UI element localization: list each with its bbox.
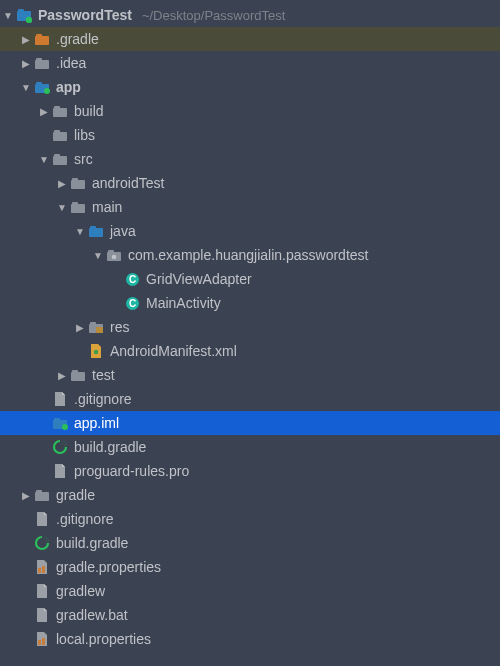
tree-item-label: libs	[74, 123, 95, 147]
tree-item-label: build.gradle	[74, 435, 146, 459]
gradle-icon	[34, 535, 50, 551]
chevron-down-icon[interactable]: ▼	[92, 250, 104, 261]
folder-icon	[70, 199, 86, 215]
svg-rect-8	[36, 82, 42, 85]
svg-rect-17	[72, 178, 78, 181]
tree-item-label: res	[110, 315, 129, 339]
tree-item-proguard[interactable]: proguard-rules.pro	[0, 459, 500, 483]
folder-icon	[34, 55, 50, 71]
project-tree: ▼ PasswordTest ~/Desktop/PasswordTest ▶.…	[0, 0, 500, 651]
chevron-right-icon[interactable]: ▶	[20, 34, 32, 45]
tree-item-root-gitignore[interactable]: .gitignore	[0, 507, 500, 531]
folder-icon	[70, 367, 86, 383]
tree-item-label: gradle.properties	[56, 555, 161, 579]
folder-icon	[52, 103, 68, 119]
tree-root[interactable]: ▼ PasswordTest ~/Desktop/PasswordTest	[0, 3, 500, 27]
tree-item-local-props[interactable]: local.properties	[0, 627, 500, 651]
svg-rect-1	[18, 9, 24, 12]
svg-rect-31	[96, 327, 103, 333]
tree-item-gradlew[interactable]: gradlew	[0, 579, 500, 603]
svg-rect-5	[35, 60, 49, 69]
svg-rect-20	[89, 228, 103, 237]
module-file-icon	[52, 415, 68, 431]
tree-item-gradle-folder[interactable]: ▶gradle	[0, 483, 500, 507]
chevron-right-icon[interactable]: ▶	[20, 58, 32, 69]
svg-rect-13	[54, 130, 60, 133]
folder-res-icon	[88, 319, 104, 335]
chevron-down-icon[interactable]: ▼	[2, 10, 14, 21]
chevron-down-icon[interactable]: ▼	[56, 202, 68, 213]
tree-item-libs[interactable]: libs	[0, 123, 500, 147]
tree-item-label: test	[92, 363, 115, 387]
svg-rect-4	[36, 34, 42, 37]
tree-item-res[interactable]: ▶res	[0, 315, 500, 339]
file-icon	[52, 463, 68, 479]
chevron-right-icon[interactable]: ▶	[56, 370, 68, 381]
file-icon	[52, 391, 68, 407]
chevron-down-icon[interactable]: ▼	[38, 154, 50, 165]
svg-rect-18	[71, 204, 85, 213]
svg-rect-12	[53, 132, 67, 141]
svg-rect-34	[72, 370, 78, 373]
gradle-icon	[52, 439, 68, 455]
tree-item-label: app	[56, 75, 81, 99]
tree-item-label: gradlew	[56, 579, 105, 603]
tree-item-androidTest[interactable]: ▶androidTest	[0, 171, 500, 195]
chevron-down-icon[interactable]: ▼	[20, 82, 32, 93]
chevron-right-icon[interactable]: ▶	[38, 106, 50, 117]
svg-rect-36	[54, 418, 60, 421]
tree-item-java[interactable]: ▼java	[0, 219, 500, 243]
tree-item-app-gitignore[interactable]: .gitignore	[0, 387, 500, 411]
properties-icon	[34, 559, 50, 575]
folder-icon	[70, 175, 86, 191]
tree-item-label: proguard-rules.pro	[74, 459, 189, 483]
svg-point-37	[62, 424, 68, 430]
class-icon: C	[124, 271, 140, 287]
xml-icon	[88, 343, 104, 359]
tree-item-pkg[interactable]: ▼com.example.huangjialin.passwordtest	[0, 243, 500, 267]
tree-item-gradle-props[interactable]: gradle.properties	[0, 555, 500, 579]
tree-item-label: GridViewAdapter	[146, 267, 252, 291]
svg-point-32	[94, 350, 99, 355]
tree-item-build[interactable]: ▶build	[0, 99, 500, 123]
tree-item-src[interactable]: ▼src	[0, 147, 500, 171]
tree-item-main[interactable]: ▼main	[0, 195, 500, 219]
tree-item-label: build	[74, 99, 104, 123]
svg-rect-39	[35, 492, 49, 501]
tree-item-root-build-gradle[interactable]: build.gradle	[0, 531, 500, 555]
tree-item-label: main	[92, 195, 122, 219]
chevron-down-icon[interactable]: ▼	[74, 226, 86, 237]
svg-rect-15	[54, 154, 60, 157]
tree-item-gradle-dir[interactable]: ▶.gradle	[0, 27, 500, 51]
tree-item-idea[interactable]: ▶.idea	[0, 51, 500, 75]
svg-rect-10	[53, 108, 67, 117]
root-path: ~/Desktop/PasswordTest	[142, 8, 285, 23]
chevron-right-icon[interactable]: ▶	[74, 322, 86, 333]
chevron-right-icon[interactable]: ▶	[20, 490, 32, 501]
tree-item-label: java	[110, 219, 136, 243]
tree-item-label: gradle	[56, 483, 95, 507]
svg-text:C: C	[128, 274, 135, 285]
module-icon	[34, 79, 50, 95]
tree-item-gradlew-bat[interactable]: gradlew.bat	[0, 603, 500, 627]
tree-item-label: MainActivity	[146, 291, 221, 315]
tree-item-label: gradlew.bat	[56, 603, 128, 627]
tree-item-app-iml[interactable]: app.iml	[0, 411, 500, 435]
tree-item-app-build-gradle[interactable]: build.gradle	[0, 435, 500, 459]
svg-rect-42	[38, 568, 41, 573]
svg-rect-30	[90, 322, 96, 325]
tree-item-label: local.properties	[56, 627, 151, 651]
tree-item-MainActivity[interactable]: CMainActivity	[0, 291, 500, 315]
chevron-right-icon[interactable]: ▶	[56, 178, 68, 189]
tree-item-test[interactable]: ▶test	[0, 363, 500, 387]
tree-item-label: AndroidManifest.xml	[110, 339, 237, 363]
tree-item-label: com.example.huangjialin.passwordtest	[128, 243, 368, 267]
svg-rect-6	[36, 58, 42, 61]
tree-item-label: .gradle	[56, 27, 99, 51]
tree-item-GridViewAdapter[interactable]: CGridViewAdapter	[0, 267, 500, 291]
svg-rect-3	[35, 36, 49, 45]
svg-rect-21	[90, 226, 96, 229]
tree-item-manifest[interactable]: AndroidManifest.xml	[0, 339, 500, 363]
folder-icon	[34, 487, 50, 503]
tree-item-app[interactable]: ▼app	[0, 75, 500, 99]
